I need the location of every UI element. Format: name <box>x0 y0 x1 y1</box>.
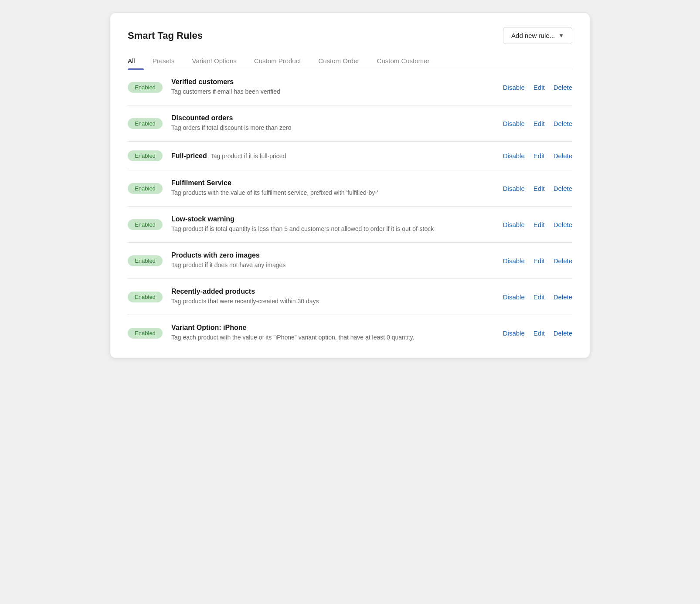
rule-edit-discounted-orders[interactable]: Edit <box>533 120 545 127</box>
rule-edit-fulfilment-service[interactable]: Edit <box>533 185 545 192</box>
rule-badge-variant-option-iphone: Enabled <box>128 328 163 339</box>
rule-row-discounted-orders: EnabledDiscounted ordersTag orders if to… <box>128 105 572 142</box>
rule-info-products-zero-images: Products with zero imagesTag product if … <box>171 251 494 270</box>
rule-row-low-stock-warning: EnabledLow-stock warningTag product if i… <box>128 207 572 243</box>
rule-name-recently-added-products: Recently-added products <box>171 288 494 295</box>
rule-edit-verified-customers[interactable]: Edit <box>533 84 545 91</box>
rule-edit-full-priced[interactable]: Edit <box>533 152 545 159</box>
tab-variant-options[interactable]: Variant Options <box>183 53 245 69</box>
rule-desc-discounted-orders: Tag orders if total discount is more tha… <box>171 123 494 132</box>
page-title: Smart Tag Rules <box>128 30 203 41</box>
rule-badge-fulfilment-service: Enabled <box>128 183 163 194</box>
rule-name-discounted-orders: Discounted orders <box>171 114 494 122</box>
rule-delete-full-priced[interactable]: Delete <box>554 152 572 159</box>
rule-desc-variant-option-iphone: Tag each product with the value of its "… <box>171 333 494 342</box>
rule-info-recently-added-products: Recently-added productsTag products that… <box>171 288 494 306</box>
rule-edit-low-stock-warning[interactable]: Edit <box>533 221 545 228</box>
add-rule-button[interactable]: Add new rule... ▼ <box>503 27 572 44</box>
rule-badge-verified-customers: Enabled <box>128 82 163 93</box>
rule-disable-low-stock-warning[interactable]: Disable <box>503 221 525 228</box>
rule-row-verified-customers: EnabledVerified customersTag customers i… <box>128 69 572 105</box>
rule-edit-products-zero-images[interactable]: Edit <box>533 257 545 265</box>
tab-all[interactable]: All <box>128 53 144 69</box>
rule-edit-recently-added-products[interactable]: Edit <box>533 293 545 301</box>
rule-delete-verified-customers[interactable]: Delete <box>554 84 572 91</box>
rule-actions-discounted-orders: DisableEditDelete <box>503 120 572 127</box>
rule-disable-recently-added-products[interactable]: Disable <box>503 293 525 301</box>
rule-info-fulfilment-service: Fulfilment ServiceTag products with the … <box>171 179 494 197</box>
rule-name-low-stock-warning: Low-stock warning <box>171 215 494 223</box>
rule-name-fulfilment-service: Fulfilment Service <box>171 179 494 187</box>
rule-name-verified-customers: Verified customers <box>171 78 494 86</box>
rule-actions-low-stock-warning: DisableEditDelete <box>503 221 572 228</box>
tab-custom-order[interactable]: Custom Order <box>309 53 368 69</box>
rule-badge-products-zero-images: Enabled <box>128 255 163 266</box>
rule-name-products-zero-images: Products with zero images <box>171 251 494 259</box>
rule-row-fulfilment-service: EnabledFulfilment ServiceTag products wi… <box>128 170 572 207</box>
tab-custom-product[interactable]: Custom Product <box>245 53 310 69</box>
rule-desc-fulfilment-service: Tag products with the value of its fulfi… <box>171 188 494 197</box>
rule-disable-full-priced[interactable]: Disable <box>503 152 525 159</box>
tab-custom-customer[interactable]: Custom Customer <box>368 53 438 69</box>
rule-desc-products-zero-images: Tag product if it does not have any imag… <box>171 261 494 270</box>
rule-row-products-zero-images: EnabledProducts with zero imagesTag prod… <box>128 243 572 279</box>
smart-tag-rules-card: Smart Tag Rules Add new rule... ▼ AllPre… <box>110 13 590 358</box>
add-rule-label: Add new rule... <box>511 32 555 39</box>
rule-edit-variant-option-iphone[interactable]: Edit <box>533 329 545 337</box>
rule-info-verified-customers: Verified customersTag customers if email… <box>171 78 494 96</box>
rule-disable-products-zero-images[interactable]: Disable <box>503 257 525 265</box>
rule-delete-low-stock-warning[interactable]: Delete <box>554 221 572 228</box>
rule-desc-recently-added-products: Tag products that were recently-created … <box>171 297 494 306</box>
rule-delete-products-zero-images[interactable]: Delete <box>554 257 572 265</box>
rule-desc-low-stock-warning: Tag product if is total quantity is less… <box>171 224 494 234</box>
rule-actions-recently-added-products: DisableEditDelete <box>503 293 572 301</box>
rule-info-discounted-orders: Discounted ordersTag orders if total dis… <box>171 114 494 132</box>
rule-actions-verified-customers: DisableEditDelete <box>503 84 572 91</box>
rule-disable-discounted-orders[interactable]: Disable <box>503 120 525 127</box>
rule-row-variant-option-iphone: EnabledVariant Option: iPhoneTag each pr… <box>128 315 572 351</box>
rule-delete-recently-added-products[interactable]: Delete <box>554 293 572 301</box>
card-header: Smart Tag Rules Add new rule... ▼ <box>128 27 572 44</box>
tab-presets[interactable]: Presets <box>144 53 183 69</box>
rule-badge-full-priced: Enabled <box>128 150 163 161</box>
tabs-nav: AllPresetsVariant OptionsCustom ProductC… <box>128 53 572 69</box>
rule-badge-discounted-orders: Enabled <box>128 118 163 129</box>
rule-delete-variant-option-iphone[interactable]: Delete <box>554 329 572 337</box>
rule-row-recently-added-products: EnabledRecently-added productsTag produc… <box>128 279 572 315</box>
rule-actions-full-priced: DisableEditDelete <box>503 152 572 159</box>
rule-row-full-priced: EnabledFull-pricedTag product if it is f… <box>128 142 572 170</box>
rule-info-full-priced: Full-pricedTag product if it is full-pri… <box>171 152 494 160</box>
rule-badge-recently-added-products: Enabled <box>128 292 163 302</box>
rule-info-variant-option-iphone: Variant Option: iPhoneTag each product w… <box>171 324 494 342</box>
rule-desc-verified-customers: Tag customers if email has been verified <box>171 87 494 96</box>
rule-desc-full-priced: Tag product if it is full-priced <box>211 153 286 159</box>
rule-actions-fulfilment-service: DisableEditDelete <box>503 185 572 192</box>
rule-delete-fulfilment-service[interactable]: Delete <box>554 185 572 192</box>
rule-disable-variant-option-iphone[interactable]: Disable <box>503 329 525 337</box>
rule-disable-verified-customers[interactable]: Disable <box>503 84 525 91</box>
rule-disable-fulfilment-service[interactable]: Disable <box>503 185 525 192</box>
rule-name-full-priced: Full-priced <box>171 152 207 159</box>
rule-name-variant-option-iphone: Variant Option: iPhone <box>171 324 494 332</box>
rule-actions-variant-option-iphone: DisableEditDelete <box>503 329 572 337</box>
rule-badge-low-stock-warning: Enabled <box>128 219 163 230</box>
chevron-down-icon: ▼ <box>558 32 564 39</box>
rule-actions-products-zero-images: DisableEditDelete <box>503 257 572 265</box>
rule-delete-discounted-orders[interactable]: Delete <box>554 120 572 127</box>
rule-info-low-stock-warning: Low-stock warningTag product if is total… <box>171 215 494 234</box>
rules-list: EnabledVerified customersTag customers i… <box>128 69 572 351</box>
